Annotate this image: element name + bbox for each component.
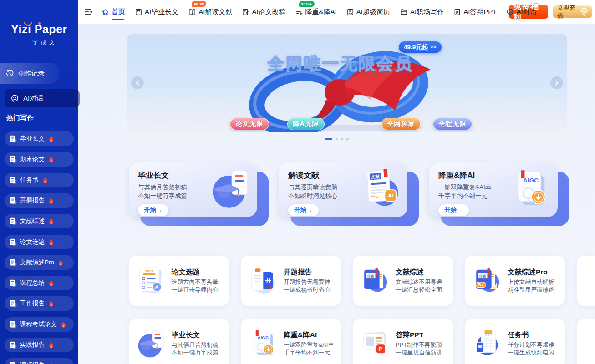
- nav-item-5[interactable]: AI超级简历: [346, 0, 390, 24]
- doc-icon: [9, 176, 17, 184]
- sidebar-item-label: 文献综述: [20, 217, 45, 225]
- nav-item-6[interactable]: AI职场写作: [400, 0, 444, 24]
- sidebar-item-label: 课程总结: [20, 279, 45, 287]
- start-button[interactable]: 开始→: [138, 204, 168, 216]
- sidebar-item[interactable]: 开题报告: [5, 193, 74, 208]
- sidebar-item[interactable]: 期末论文: [5, 152, 74, 167]
- grid-card-line2: 不如一键万字成篇: [172, 349, 218, 357]
- nav-item-7[interactable]: P AI答辩PPT: [453, 0, 497, 24]
- grid-card-title: 论文选题: [172, 268, 218, 277]
- topic-checklist-icon: TITLE: [135, 265, 167, 297]
- doc-icon: [9, 135, 17, 143]
- grid-card-line1: PPT制作不再繁琐: [396, 341, 442, 349]
- feature-card[interactable]: 解读文献 与其逐页啃读费脑 不如瞬时洞见核心 开始→ 文献AI: [279, 162, 407, 217]
- carousel-next-button[interactable]: [550, 76, 563, 89]
- flame-icon: [49, 136, 54, 142]
- sidebar-item[interactable]: 课程总结: [5, 276, 74, 290]
- sidebar-item[interactable]: 任务书: [5, 173, 74, 187]
- grid-card[interactable]: TITLE 论文选题 选题方向不再头晕 一键直击导师内心: [129, 256, 229, 306]
- grid-card[interactable]: 毕业长文 与其俩月苦熬初稿 不如一键万字成篇: [129, 318, 229, 364]
- graduation-doc-icon: [135, 328, 167, 359]
- history-icon: [5, 69, 14, 78]
- svg-text:文献: 文献: [371, 174, 380, 179]
- flame-icon: [49, 156, 54, 162]
- carousel-prev-button[interactable]: [131, 76, 144, 89]
- svg-text:P: P: [379, 346, 383, 352]
- carousel-dot[interactable]: [336, 138, 338, 140]
- nav-item-8[interactable]: AI对话: [506, 0, 536, 24]
- grid-card[interactable]: 综述 文献综述 文献综述不用寻遍 一键汇总轻松全面: [353, 256, 453, 306]
- sidebar-item-label: 期末论文: [20, 155, 45, 163]
- carousel-dot[interactable]: [341, 138, 343, 140]
- price-badge[interactable]: 49.9元起 >>: [399, 41, 442, 53]
- nav-items: 首页 AI毕业长文 AI解读文献 NEW AI论文改稿 降重&降AI ≤15% …: [102, 0, 499, 24]
- grid-card-partial[interactable]: [577, 318, 595, 364]
- nav-item-4[interactable]: 降重&降AI ≤15%: [295, 0, 337, 24]
- grid-card-line2: 一键成稿省时省心: [284, 286, 330, 294]
- review-book-pro-icon: 综述Pro: [471, 265, 503, 297]
- carousel-dot[interactable]: [325, 138, 332, 140]
- promo-banner[interactable]: 全网唯一无限会员 49.9元起 >> 论文无限降A无限全网独家全程无限: [127, 34, 567, 132]
- top-nav: 首页 AI毕业长文 AI解读文献 NEW AI论文改稿 降重&降AI ≤15% …: [78, 0, 595, 24]
- nav-item-3[interactable]: AI论文改稿: [242, 0, 285, 24]
- feature-card[interactable]: 降重&降AI 一键双降重复&AI率 千字平均不到一元 开始→ AIGC: [429, 162, 558, 217]
- chat-smiley-icon: [506, 8, 514, 16]
- flame-icon: [49, 362, 54, 364]
- sidebar-item[interactable]: 文献综述Pro: [5, 255, 74, 270]
- doc-icon: [9, 320, 17, 329]
- sidebar-item[interactable]: 实践报告: [5, 338, 74, 352]
- scan-book-icon: [188, 8, 196, 16]
- nav-item-1[interactable]: AI毕业长文: [135, 0, 178, 24]
- banner-tag: 论文无限: [230, 118, 269, 130]
- start-button[interactable]: 开始→: [288, 204, 319, 216]
- svg-text:TITLE: TITLE: [146, 269, 153, 273]
- recharge-button[interactable]: 立即充值 V: [553, 5, 592, 18]
- sidebar-item-label: 开题报告: [20, 197, 45, 205]
- nav-item-label: AI对话: [516, 8, 536, 16]
- brand-slogan: 一字成文: [0, 39, 78, 46]
- double-chevron-icon: >>: [430, 45, 437, 50]
- nav-item-label: AI解读文献: [198, 8, 232, 16]
- nav-item-2[interactable]: AI解读文献 NEW: [188, 0, 232, 24]
- sidebar-item[interactable]: 论文选题: [5, 235, 74, 249]
- svg-text:AIGC: AIGC: [523, 177, 539, 184]
- sidebar-item[interactable]: 文献综述: [5, 214, 74, 228]
- grid-card-title: 开题报告: [284, 268, 330, 277]
- grid-card-partial[interactable]: [577, 256, 595, 306]
- grid-card[interactable]: 综述Pro 文献综述Pro 上传文献自动解析 精准引用严谨综述: [465, 256, 565, 306]
- ppt-doc-icon: P: [453, 8, 461, 16]
- sidebar-item[interactable]: 毕业长文: [5, 131, 74, 146]
- start-button[interactable]: 开始→: [438, 204, 469, 216]
- menu-collapse-icon[interactable]: [85, 9, 92, 15]
- sidebar-item[interactable]: 课程考试论文: [5, 317, 74, 332]
- grid-card-line1: 与其俩月苦熬初稿: [172, 341, 218, 349]
- nav-item-badge: ≤15%: [299, 1, 315, 7]
- banner-tag: 全程无限: [433, 118, 472, 130]
- sidebar-item-history[interactable]: 创作记录: [0, 63, 60, 84]
- grid-card-title: 降重&降AI: [284, 330, 334, 340]
- hot-section-title: 热门写作: [6, 114, 34, 122]
- carousel-dot[interactable]: [346, 138, 349, 140]
- aigc-reduce-icon: AIGC: [247, 328, 279, 359]
- sidebar-item-label: 论文选题: [20, 238, 45, 246]
- grid-card-title: 任务书: [508, 330, 554, 340]
- proposal-book-icon: 开: [247, 265, 279, 297]
- chat-smiley-icon: [10, 94, 19, 103]
- nav-item-home-active[interactable]: 首页: [102, 0, 125, 24]
- grid-card[interactable]: P 答辩PPT PPT制作不再繁琐 一键呈现自信演讲: [353, 318, 453, 364]
- grid-card[interactable]: AIGC 降重&降AI 一键双降重复&AI率 千字平均不到一元: [241, 318, 341, 364]
- doc-bookmark-icon: [135, 8, 142, 16]
- feature-card[interactable]: 毕业长文 与其俩月苦熬初稿 不如一键万字成篇 开始→: [129, 162, 257, 217]
- sidebar-item-ai-chat[interactable]: AI对话: [5, 89, 80, 107]
- nav-item-label: 降重&降AI: [305, 8, 337, 16]
- grid-card[interactable]: 任务书 任务书 任务计划不再艰难 一键生成快如电闪: [465, 318, 565, 364]
- sidebar-item[interactable]: 工作报告: [5, 296, 74, 311]
- literature-ai-icon: 文献AI: [358, 167, 402, 211]
- grid-card-line2: 一键直击导师内心: [172, 286, 218, 294]
- grid-card-line2: 千字平均不到一元: [284, 349, 334, 357]
- nav-item-label: AI毕业长文: [145, 8, 178, 16]
- nav-item-label: AI答辩PPT: [463, 8, 497, 16]
- sidebar-item[interactable]: 调研报告: [5, 358, 74, 364]
- carousel-dots: [78, 138, 595, 140]
- grid-card[interactable]: 开 开题报告 开题报告无需费神 一键成稿省时省心: [241, 256, 341, 306]
